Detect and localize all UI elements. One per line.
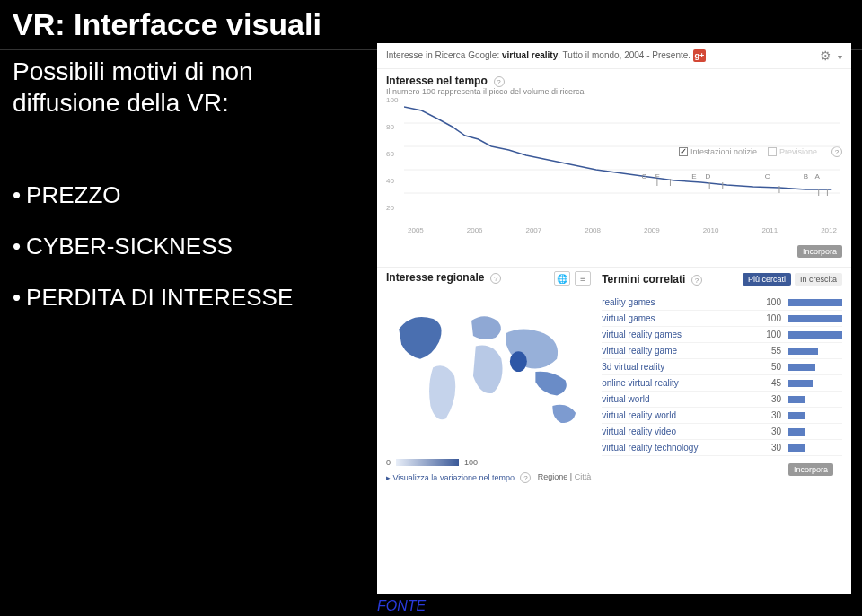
y-tick: 100 [386,96,398,104]
marker-a: A [815,172,820,180]
related-bar [788,380,813,387]
related-label: virtual games [602,313,655,323]
world-map[interactable] [386,291,591,453]
left-column: Possibili motivi di non diffusione della… [13,56,363,335]
related-list: reality games100virtual games100virtual … [602,295,842,456]
gear-icon[interactable]: ⚙ [820,48,831,63]
related-label: online virtual reality [602,378,679,388]
x-tick: 2010 [703,226,719,234]
y-tick: 60 [386,150,394,158]
x-tick: 2005 [408,226,424,234]
embed-button[interactable]: Incorpora [797,245,842,258]
related-label: virtual world [602,394,649,404]
help-icon[interactable]: ? [494,76,505,87]
header-actions: ⚙ ▾ [820,48,842,63]
related-row[interactable]: virtual reality technology30 [602,440,842,456]
related-value: 30 [760,443,781,453]
related-title: Termini correlati [602,273,685,286]
x-tick: 2006 [467,226,483,234]
related-bar [788,412,805,419]
x-tick: 2009 [644,226,660,234]
legend-gradient [396,459,459,466]
related-value: 45 [760,378,781,388]
related-label: 3d virtual reality [602,362,664,372]
y-tick: 20 [386,204,394,212]
marker-g: G [641,172,646,180]
marker-d: D [706,172,711,180]
legend-max: 100 [464,458,478,467]
related-bar [788,428,805,436]
bullet-cybersickness: CYBER-SICKNESS [13,233,363,260]
slide-subtitle: Possibili motivi di non diffusione della… [13,56,363,119]
related-row[interactable]: reality games100 [602,295,842,311]
related-bar [788,444,805,452]
x-axis-labels: 2005 2006 2007 2008 2009 2010 2011 2012 [404,226,840,234]
interest-time-title: Interesse nel tempo [386,75,488,87]
related-value: 30 [760,394,781,404]
y-tick: 80 [386,123,394,131]
related-label: virtual reality game [602,346,677,356]
related-label: reality games [602,297,655,307]
related-row[interactable]: virtual world30 [602,392,842,408]
y-tick: 40 [386,177,394,185]
region-city-toggle[interactable]: Regione | Città [538,472,591,481]
viz-over-time-link[interactable]: Visualizza la variazione nel tempo [393,473,515,482]
interest-time-sub: Il numero 100 rappresenta il picco del v… [386,87,842,96]
trend-chart: 100 80 60 40 20 G F E D [386,100,842,234]
query-scope: . Tutto il mondo, 2004 - Presente. [558,50,690,60]
help-icon[interactable]: ? [691,275,702,286]
related-label: virtual reality games [602,330,682,339]
related-value: 100 [760,297,781,307]
chevron-down-icon[interactable]: ▾ [838,52,842,62]
related-value: 100 [760,330,781,339]
related-bar [788,331,842,339]
trends-query: Interesse in Ricerca Google: virtual rea… [386,49,706,62]
related-row[interactable]: virtual reality world30 [602,408,842,424]
svg-point-11 [510,351,527,372]
trends-header: Interesse in Ricerca Google: virtual rea… [377,43,851,69]
related-bar [788,315,842,322]
related-tabs: Più cercati In crescita [743,273,842,286]
bullet-perdita: PERDITA DI INTERESSE [13,284,363,312]
query-prefix: Interesse in Ricerca Google: [386,50,502,60]
related-row[interactable]: virtual reality video30 [602,424,842,440]
toggle-region[interactable]: Regione [538,472,568,481]
related-label: virtual reality world [602,410,676,420]
related-value: 30 [760,427,781,436]
regional-interest: Interesse regionale ? 🌐 ≡ [386,271,591,483]
map-legend: 0 100 [386,458,591,467]
google-trends-panel: Interesse in Ricerca Google: virtual rea… [377,43,851,594]
related-bar [788,396,805,403]
tab-top[interactable]: Più cercati [743,273,791,286]
related-value: 30 [760,410,781,420]
x-tick: 2008 [585,226,601,234]
tab-rising[interactable]: In crescita [795,273,842,286]
related-row[interactable]: 3d virtual reality50 [602,359,842,375]
related-row[interactable]: online virtual reality45 [602,375,842,392]
toggle-city[interactable]: Città [575,472,592,481]
lower-section: Interesse regionale ? 🌐 ≡ [377,267,851,483]
marker-c: C [765,172,770,180]
fonte-link[interactable]: FONTE [377,598,426,614]
x-tick: 2012 [821,226,837,234]
list-icon[interactable]: ≡ [575,271,591,286]
related-row[interactable]: virtual reality games100 [602,327,842,343]
embed-button[interactable]: Incorpora [788,463,833,476]
help-icon[interactable]: ? [490,273,501,284]
line-chart-svg [404,100,840,216]
globe-icon[interactable]: 🌐 [554,271,570,286]
related-row[interactable]: virtual reality game55 [602,343,842,359]
related-bar [788,299,842,306]
legend-min: 0 [386,458,391,467]
help-icon[interactable]: ? [520,472,531,483]
marker-e: E [691,172,696,180]
map-footer: ▸ Visualizza la variazione nel tempo ? R… [386,472,591,483]
related-row[interactable]: virtual games100 [602,311,842,327]
marker-f: F [655,172,660,180]
gplus-icon[interactable]: g+ [693,49,706,62]
related-label: virtual reality video [602,427,676,436]
interest-time-section: Interesse nel tempo ? Il numero 100 rapp… [377,69,851,242]
related-value: 50 [760,362,781,372]
query-term: virtual reality [502,50,558,60]
x-tick: 2011 [761,226,778,234]
